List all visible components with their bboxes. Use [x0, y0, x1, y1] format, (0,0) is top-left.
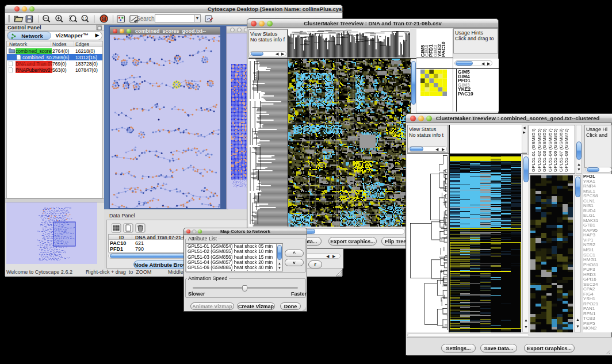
svg-text:1:1: 1:1 [82, 17, 87, 20]
